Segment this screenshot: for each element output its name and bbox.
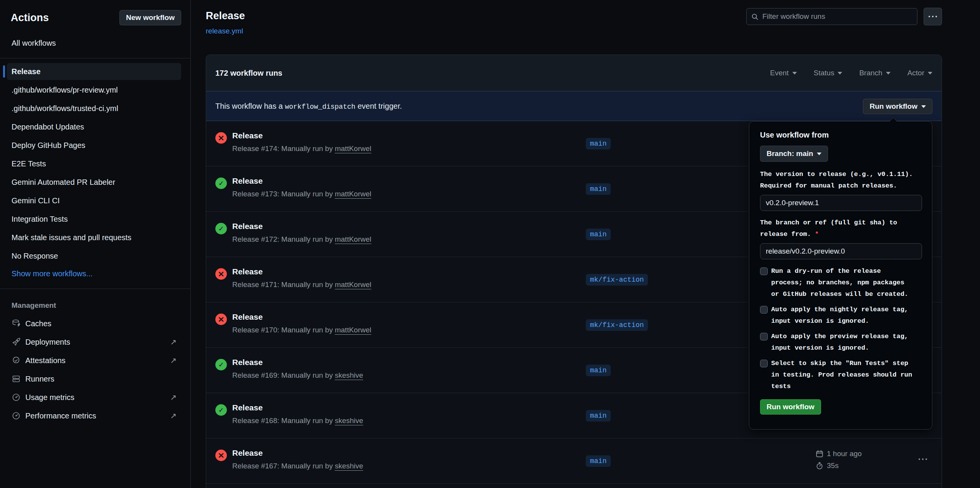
actor-link[interactable]: mattKorwel	[335, 281, 371, 289]
external-link-icon: ↗	[170, 337, 177, 347]
run-title-link[interactable]: Release	[232, 131, 371, 140]
run-options-button[interactable]	[919, 458, 927, 460]
branch-badge[interactable]: main	[586, 455, 611, 467]
sidebar-workflow-item[interactable]: Deploy GitHub Pages	[7, 137, 181, 154]
chevron-down-icon	[886, 72, 891, 75]
sidebar-item-attestations[interactable]: Attestations ↗	[7, 352, 181, 369]
actor-link[interactable]: mattKorwel	[335, 190, 371, 198]
workflow-dispatch-code: workflow_dispatch	[285, 103, 355, 111]
filter-workflow-runs-input[interactable]	[762, 12, 912, 21]
status-icon	[215, 178, 227, 189]
show-more-workflows-link[interactable]: Show more workflows...	[7, 266, 183, 282]
branch-badge[interactable]: main	[586, 138, 611, 149]
sidebar-workflow-item[interactable]: Mark stale issues and pull requests	[7, 229, 181, 246]
external-link-icon: ↗	[170, 393, 177, 402]
run-workflow-submit-button[interactable]: Run workflow	[760, 399, 821, 415]
filter-branch[interactable]: Branch	[859, 69, 890, 77]
nightly-tag-checkbox[interactable]	[760, 306, 768, 314]
run-title-link[interactable]: Release	[232, 267, 371, 276]
ref-input[interactable]	[760, 243, 922, 259]
filter-actor[interactable]: Actor	[907, 69, 932, 77]
sidebar-item-usage-metrics[interactable]: Usage metrics ↗	[7, 389, 181, 406]
sidebar-item-label: Attestations	[25, 356, 66, 365]
workflow-dispatch-banner: This workflow has a workflow_dispatch ev…	[206, 91, 942, 121]
run-duration: 35s	[816, 461, 862, 470]
cache-icon	[12, 319, 21, 328]
actor-link[interactable]: mattKorwel	[335, 235, 371, 243]
actor-link[interactable]: mattKorwel	[335, 144, 371, 153]
actor-link[interactable]: skeshive	[335, 417, 363, 425]
run-title-link[interactable]: Release	[232, 222, 371, 231]
selected-indicator	[3, 65, 5, 78]
status-icon	[215, 314, 227, 325]
checkbox-label: Select to skip the "Run Tests" step in t…	[771, 358, 914, 392]
runs-card-header: 172 workflow runs Event Status Branch Ac…	[206, 55, 942, 91]
filter-status[interactable]: Status	[814, 69, 843, 77]
run-meta: 1 hour ago 35s	[816, 450, 862, 470]
sidebar-item-deployments[interactable]: Deployments ↗	[7, 334, 181, 350]
filter-event[interactable]: Event	[770, 69, 797, 77]
new-workflow-button[interactable]: New workflow	[119, 10, 181, 25]
branch-badge[interactable]: main	[586, 365, 611, 376]
dry-run-checkbox[interactable]	[760, 267, 768, 275]
status-icon	[215, 450, 227, 461]
sidebar-workflow-item[interactable]: .github/workflows/pr-review.yml	[7, 81, 181, 98]
run-title-link[interactable]: Release	[232, 403, 363, 412]
search-icon	[751, 13, 759, 20]
sidebar-item-label: No Response	[12, 252, 58, 261]
filter-workflow-runs-field	[746, 8, 917, 25]
branch-badge[interactable]: mk/fix-action	[586, 274, 648, 285]
sidebar-workflow-item[interactable]: Integration Tests	[7, 211, 181, 227]
actor-link[interactable]: mattKorwel	[335, 326, 371, 334]
run-description: Release #168: Manually run by skeshive	[232, 417, 363, 425]
rocket-icon	[12, 337, 21, 347]
skip-tests-checkbox[interactable]	[760, 360, 768, 367]
branch-badge[interactable]: main	[586, 183, 611, 195]
checkbox-label: Auto apply the preview release tag, inpu…	[771, 331, 914, 354]
dry-run-option: Run a dry-run of the release process; no…	[760, 266, 921, 300]
workflow-run-row[interactable]: Release Release #167: Manually run by sk…	[206, 438, 942, 484]
sidebar-item-runners[interactable]: Runners	[7, 370, 181, 387]
actor-link[interactable]: skeshive	[335, 371, 363, 379]
kebab-icon	[929, 16, 930, 17]
actor-link[interactable]: skeshive	[335, 462, 363, 470]
sidebar-item-label: Deployments	[25, 338, 70, 347]
sidebar-divider	[0, 58, 190, 58]
branch-badge[interactable]: main	[586, 229, 611, 240]
run-title-link[interactable]: Release	[232, 176, 371, 186]
sidebar-workflow-item[interactable]: E2E Tests	[7, 155, 181, 172]
workflow-options-button[interactable]	[924, 8, 942, 25]
run-description: Release #167: Manually run by skeshive	[232, 462, 363, 470]
meter-icon	[12, 411, 21, 420]
preview-tag-checkbox[interactable]	[760, 333, 768, 340]
sidebar-workflow-item[interactable]: Gemini CLI CI	[7, 192, 181, 209]
workflow-file-link[interactable]: release.yml	[206, 27, 243, 35]
sidebar: Actions New workflow All workflows Relea…	[0, 0, 191, 488]
version-input[interactable]	[760, 195, 922, 211]
sidebar-item-label: Caches	[25, 319, 51, 328]
sidebar-workflow-item[interactable]: Dependabot Updates	[7, 118, 181, 135]
sidebar-item-all-workflows[interactable]: All workflows	[7, 35, 183, 51]
run-title-link[interactable]: Release	[232, 358, 363, 367]
sidebar-item-label: Performance metrics	[25, 412, 96, 420]
run-workflow-popover: Use workflow from Branch: main The versi…	[749, 121, 932, 430]
sidebar-item-label: .github/workflows/pr-review.yml	[12, 86, 118, 95]
branch-badge[interactable]: mk/fix-action	[586, 319, 648, 331]
sidebar-item-caches[interactable]: Caches	[7, 315, 181, 332]
checkbox-label: Auto apply the nightly release tag, inpu…	[771, 304, 914, 327]
run-title-link[interactable]: Release	[232, 312, 371, 322]
sidebar-item-label: Runners	[25, 375, 55, 383]
branch-selector-button[interactable]: Branch: main	[760, 146, 828, 162]
sidebar-workflow-item[interactable]: Gemini Automated PR Labeler	[7, 174, 181, 191]
sidebar-item-performance-metrics[interactable]: Performance metrics ↗	[7, 407, 181, 424]
branch-badge[interactable]: main	[586, 410, 611, 422]
sidebar-workflow-item[interactable]: No Response	[7, 247, 181, 264]
popover-title: Use workflow from	[760, 131, 921, 139]
sidebar-item-label: Deploy GitHub Pages	[12, 141, 85, 150]
status-icon	[215, 359, 227, 370]
sidebar-item-label: Mark stale issues and pull requests	[12, 233, 131, 242]
run-title-link[interactable]: Release	[232, 448, 363, 458]
sidebar-workflow-item[interactable]: .github/workflows/trusted-ci.yml	[7, 100, 181, 117]
run-workflow-dropdown-button[interactable]: Run workflow	[863, 99, 932, 114]
sidebar-workflow-item[interactable]: Release	[7, 63, 181, 80]
